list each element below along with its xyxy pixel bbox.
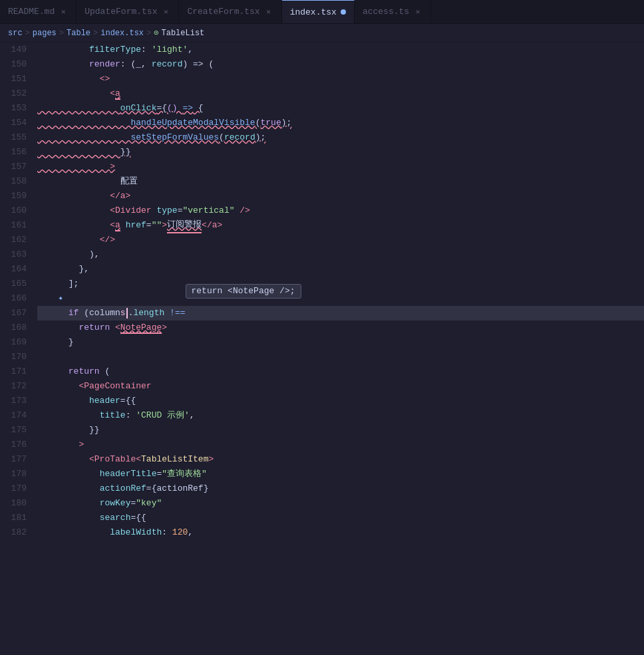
line-174: title: 'CRUD 示例', [37, 408, 644, 423]
line-151: <> [37, 72, 644, 86]
line-176: > [37, 438, 644, 452]
line-numbers: 149 150 151 152 153 154 155 156 157 158 … [0, 43, 35, 651]
tab-index-modified-dot [341, 9, 346, 15]
breadcrumb-symbol[interactable]: TableList [162, 29, 205, 38]
line-num-177: 177 [5, 452, 27, 467]
line-169: } [37, 335, 644, 350]
breadcrumb-sep1: > [25, 29, 30, 38]
line-168: return <NotePage> [37, 321, 644, 335]
line-num-168: 168 [5, 321, 27, 335]
line-num-165: 165 [5, 277, 27, 291]
line-num-176: 176 [5, 438, 27, 452]
line-150: render: (_, record) => ( [37, 57, 644, 72]
line-num-160: 160 [5, 203, 27, 218]
line-159: </a> [37, 189, 644, 203]
tab-createform-close[interactable]: ✕ [264, 7, 273, 17]
line-num-154: 154 [5, 116, 27, 130]
line-num-173: 173 [5, 394, 27, 408]
line-154: handleUpdateModalVisible(true); [37, 116, 644, 130]
line-173: header={{ [37, 394, 644, 408]
line-num-155: 155 [5, 130, 27, 145]
line-num-171: 171 [5, 364, 27, 379]
breadcrumb: src > pages > Table > index.tsx > ⊙ Tabl… [0, 24, 644, 43]
lines-container: 149 150 151 152 153 154 155 156 157 158 … [0, 43, 644, 651]
line-165: ]; [37, 277, 644, 291]
breadcrumb-sep2: > [59, 29, 64, 38]
tab-access-label: access.ts [363, 7, 409, 17]
autocomplete-text: return <NotePage />; [192, 284, 295, 299]
line-162: </> [37, 233, 644, 247]
line-157: > [37, 160, 644, 174]
line-181: search={{ [37, 511, 644, 525]
code-content: filterType: 'light', render: (_, record)… [35, 43, 644, 651]
line-175: }} [37, 423, 644, 438]
line-163: ), [37, 247, 644, 262]
tab-updateform[interactable]: UpdateForm.tsx ✕ [77, 0, 179, 23]
line-170 [37, 350, 644, 364]
line-num-157: 157 [5, 160, 27, 174]
line-num-159: 159 [5, 189, 27, 203]
line-num-158: 158 [5, 174, 27, 189]
line-152: <a [37, 86, 644, 101]
line-num-178: 178 [5, 467, 27, 481]
line-num-151: 151 [5, 72, 27, 86]
line-164: }, [37, 262, 644, 277]
editor: 149 150 151 152 153 154 155 156 157 158 … [0, 43, 644, 651]
tab-createform-label: CreateForm.tsx [187, 7, 259, 17]
breadcrumb-file[interactable]: index.tsx [100, 29, 144, 38]
line-178: headerTitle="查询表格" [37, 467, 644, 481]
line-num-175: 175 [5, 423, 27, 438]
tab-access[interactable]: access.ts ✕ [355, 0, 431, 23]
line-180: rowKey="key" [37, 496, 644, 511]
line-num-174: 174 [5, 408, 27, 423]
line-num-149: 149 [5, 43, 27, 57]
line-179: actionRef={actionRef} [37, 481, 644, 496]
breadcrumb-symbol-icon: ⊙ [154, 28, 158, 38]
line-num-179: 179 [5, 481, 27, 496]
line-num-169: 169 [5, 335, 27, 350]
line-num-170: 170 [5, 350, 27, 364]
line-156: }} [37, 145, 644, 160]
code-area[interactable]: 149 150 151 152 153 154 155 156 157 158 … [0, 43, 644, 651]
line-num-163: 163 [5, 247, 27, 262]
line-155: setStepFormValues(record); [37, 130, 644, 145]
line-num-166: 166 [5, 291, 27, 306]
tab-readme-close[interactable]: ✕ [59, 7, 68, 17]
line-177: <ProTable<TableListItem> [37, 452, 644, 467]
line-171: return ( [37, 364, 644, 379]
line-num-150: 150 [5, 57, 27, 72]
tab-index[interactable]: index.tsx [282, 0, 355, 23]
line-161: <a href="">订阅警报</a> [37, 218, 644, 233]
line-num-152: 152 [5, 86, 27, 101]
tab-access-close[interactable]: ✕ [413, 7, 422, 17]
line-167: if (columns.length !== return <NotePage … [37, 306, 644, 321]
line-num-162: 162 [5, 233, 27, 247]
tab-createform[interactable]: CreateForm.tsx ✕ [179, 0, 281, 23]
line-num-172: 172 [5, 379, 27, 394]
line-num-167: 167 [5, 306, 27, 321]
line-num-180: 180 [5, 496, 27, 511]
breadcrumb-src[interactable]: src [8, 29, 23, 38]
line-num-182: 182 [5, 525, 27, 540]
tab-readme[interactable]: README.md ✕ [0, 0, 77, 23]
tab-updateform-close[interactable]: ✕ [161, 7, 170, 17]
breadcrumb-sep4: > [146, 29, 151, 38]
tab-updateform-label: UpdateForm.tsx [84, 7, 157, 17]
breadcrumb-sep3: > [93, 29, 98, 38]
tab-bar: README.md ✕ UpdateForm.tsx ✕ CreateForm.… [0, 0, 644, 24]
line-num-181: 181 [5, 511, 27, 525]
autocomplete-popup: return <NotePage />; [186, 284, 301, 299]
line-num-156: 156 [5, 145, 27, 160]
line-num-164: 164 [5, 262, 27, 277]
breadcrumb-table[interactable]: Table [67, 29, 90, 38]
line-149: filterType: 'light', [37, 43, 644, 57]
line-166: ✦ [37, 291, 644, 306]
line-num-153: 153 [5, 101, 27, 116]
line-160: <Divider type="vertical" /> [37, 203, 644, 218]
breadcrumb-pages[interactable]: pages [33, 29, 57, 38]
line-158: 配置 [37, 174, 644, 189]
line-182: labelWidth: 120, [37, 525, 644, 540]
tab-index-label: index.tsx [290, 7, 337, 17]
tab-readme-label: README.md [8, 7, 55, 17]
line-172: <PageContainer [37, 379, 644, 394]
